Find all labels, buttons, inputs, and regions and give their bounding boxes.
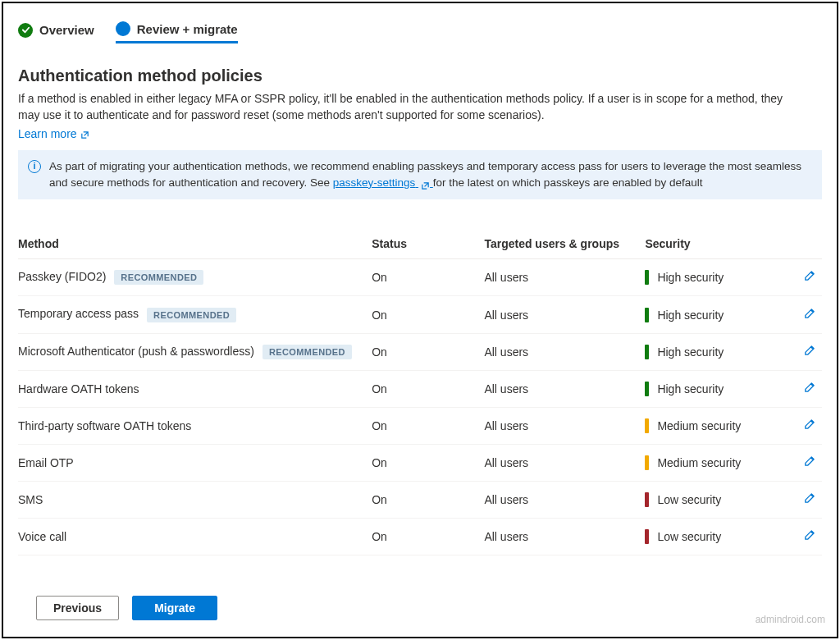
method-cell: Hardware OATH tokens (18, 370, 372, 407)
security-label: Low security (657, 493, 721, 506)
security-indicator-icon (645, 455, 649, 470)
table-row: Temporary access passRECOMMENDEDOnAll us… (18, 296, 822, 333)
info-banner: i As part of migrating your authenticati… (18, 150, 822, 200)
security-cell: Low security (645, 518, 789, 555)
recommended-badge: RECOMMENDED (147, 308, 236, 322)
info-text: As part of migrating your authentication… (49, 158, 810, 192)
edit-icon[interactable] (803, 457, 815, 470)
watermark: admindroid.com (756, 614, 825, 625)
status-cell: On (372, 259, 484, 296)
page-title: Authentication method policies (18, 66, 822, 85)
status-cell: On (372, 333, 484, 370)
tab-overview[interactable]: Overview (18, 23, 94, 43)
method-name: Microsoft Authenticator (push & password… (18, 345, 254, 358)
security-indicator-icon (645, 270, 649, 285)
security-label: High security (657, 345, 724, 359)
target-cell: All users (484, 481, 645, 518)
security-cell: Low security (645, 481, 789, 518)
security-cell: Medium security (645, 407, 789, 444)
security-label: High security (657, 382, 724, 395)
external-link-icon (421, 179, 430, 188)
edit-icon[interactable] (803, 272, 815, 285)
learn-more-link[interactable]: Learn more (18, 127, 89, 140)
recommended-badge: RECOMMENDED (114, 270, 203, 285)
edit-icon[interactable] (803, 309, 815, 322)
col-header-target: Targeted users & groups (484, 231, 645, 259)
method-name: Email OTP (18, 456, 74, 469)
target-cell: All users (484, 407, 645, 444)
method-cell: Temporary access passRECOMMENDED (18, 296, 372, 333)
method-name: Third-party software OATH tokens (18, 419, 191, 432)
edit-icon[interactable] (803, 383, 815, 396)
security-cell: High security (645, 296, 789, 333)
table-row: Passkey (FIDO2)RECOMMENDEDOnAll usersHig… (18, 259, 822, 296)
status-cell: On (372, 518, 484, 555)
wizard-tabs: Overview Review + migrate (18, 21, 822, 43)
tab-review-migrate[interactable]: Review + migrate (116, 21, 238, 43)
page-frame: Overview Review + migrate Authentication… (2, 2, 838, 638)
security-indicator-icon (645, 345, 649, 359)
method-cell: Third-party software OATH tokens (18, 407, 372, 444)
col-header-status: Status (372, 231, 484, 259)
security-label: Low security (657, 530, 721, 543)
method-name: Voice call (18, 530, 66, 543)
status-cell: On (372, 407, 484, 444)
edit-icon[interactable] (803, 420, 815, 433)
security-cell: High security (645, 333, 789, 370)
col-header-security: Security (645, 231, 789, 259)
methods-table: Method Status Targeted users & groups Se… (18, 231, 822, 555)
table-row: Hardware OATH tokensOnAll usersHigh secu… (18, 370, 822, 407)
current-step-icon (116, 21, 130, 36)
target-cell: All users (484, 333, 645, 370)
page-description: If a method is enabled in either legacy … (18, 90, 806, 124)
learn-more-label: Learn more (18, 127, 77, 140)
security-cell: High security (645, 370, 789, 407)
previous-button[interactable]: Previous (36, 596, 119, 620)
method-cell: Voice call (18, 518, 372, 555)
migrate-button[interactable]: Migrate (132, 596, 217, 620)
security-label: Medium security (657, 456, 741, 469)
security-indicator-icon (645, 529, 649, 544)
security-cell: Medium security (645, 444, 789, 481)
target-cell: All users (484, 518, 645, 555)
method-name: SMS (18, 493, 43, 506)
status-cell: On (372, 296, 484, 333)
status-cell: On (372, 444, 484, 481)
passkey-settings-link[interactable]: passkey-settings (333, 176, 433, 189)
table-row: SMSOnAll usersLow security (18, 481, 822, 518)
table-row: Email OTPOnAll usersMedium security (18, 444, 822, 481)
method-cell: Email OTP (18, 444, 372, 481)
recommended-badge: RECOMMENDED (262, 345, 352, 359)
target-cell: All users (484, 296, 645, 333)
table-row: Voice callOnAll usersLow security (18, 518, 822, 555)
security-label: Medium security (657, 419, 741, 432)
status-cell: On (372, 481, 484, 518)
method-cell: SMS (18, 481, 372, 518)
target-cell: All users (484, 370, 645, 407)
table-row: Third-party software OATH tokensOnAll us… (18, 407, 822, 444)
col-header-method: Method (18, 231, 372, 259)
external-link-icon (80, 129, 89, 138)
target-cell: All users (484, 444, 645, 481)
target-cell: All users (484, 259, 645, 296)
security-label: High security (657, 309, 724, 322)
security-indicator-icon (645, 492, 649, 507)
edit-icon[interactable] (803, 531, 815, 544)
check-circle-icon (18, 23, 33, 38)
method-name: Hardware OATH tokens (18, 382, 139, 395)
security-cell: High security (645, 259, 789, 296)
edit-icon[interactable] (803, 494, 815, 507)
tab-overview-label: Overview (39, 23, 94, 37)
info-icon: i (28, 160, 41, 173)
status-cell: On (372, 370, 484, 407)
method-name: Temporary access pass (18, 307, 139, 320)
security-indicator-icon (645, 382, 649, 396)
edit-icon[interactable] (803, 346, 815, 359)
tab-review-label: Review + migrate (137, 22, 238, 36)
security-indicator-icon (645, 418, 649, 433)
security-label: High security (657, 271, 724, 284)
security-indicator-icon (645, 308, 649, 322)
method-cell: Passkey (FIDO2)RECOMMENDED (18, 259, 372, 296)
table-row: Microsoft Authenticator (push & password… (18, 333, 822, 370)
footer-buttons: Previous Migrate (36, 596, 217, 620)
